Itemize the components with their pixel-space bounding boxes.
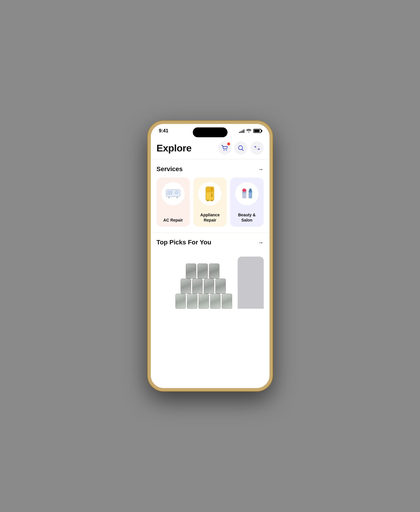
svg-point-14 xyxy=(175,191,178,194)
top-picks-preview xyxy=(157,251,264,309)
svg-rect-21 xyxy=(211,188,212,191)
search-button[interactable] xyxy=(234,141,247,155)
can-6 xyxy=(181,279,191,294)
svg-rect-16 xyxy=(177,197,178,198)
content-area: Explore xyxy=(151,136,269,388)
services-grid: AC Repair xyxy=(157,178,264,233)
wifi-icon xyxy=(246,129,251,133)
appliance-repair-icon xyxy=(205,186,215,201)
svg-point-0 xyxy=(223,150,224,151)
services-section-header: Services → xyxy=(157,165,264,173)
svg-rect-11 xyxy=(167,194,168,194)
beauty-salon-label: Beauty & Salon xyxy=(233,212,261,223)
cans-row-3 xyxy=(186,264,219,279)
cans-group xyxy=(175,257,245,309)
ac-repair-label: AC Repair xyxy=(163,217,183,223)
svg-rect-12 xyxy=(169,194,170,194)
can-5 xyxy=(222,294,232,309)
service-card-ac-repair[interactable]: AC Repair xyxy=(157,178,190,227)
filter-button[interactable] xyxy=(250,141,264,155)
beauty-salon-icon-circle xyxy=(235,182,258,205)
can-1 xyxy=(175,294,186,309)
can-10 xyxy=(186,264,196,279)
gray-card-preview xyxy=(238,257,264,309)
filter-icon xyxy=(254,146,260,150)
services-section: Services → xyxy=(151,160,269,233)
header: Explore xyxy=(151,138,269,159)
svg-rect-13 xyxy=(171,194,172,194)
svg-rect-10 xyxy=(167,191,173,193)
svg-rect-15 xyxy=(168,197,170,198)
cart-button[interactable] xyxy=(218,141,231,155)
svg-rect-31 xyxy=(249,189,252,191)
dynamic-island xyxy=(193,127,228,137)
beauty-salon-icon xyxy=(240,186,254,201)
signal-bar-2 xyxy=(241,131,241,133)
header-actions xyxy=(218,141,264,155)
can-2 xyxy=(187,294,197,309)
appliance-repair-icon-circle xyxy=(198,182,221,205)
top-picks-section: Top Picks For You → xyxy=(151,233,269,309)
can-9 xyxy=(215,279,226,294)
page-title: Explore xyxy=(157,142,192,154)
signal-bars-icon xyxy=(239,129,244,133)
can-12 xyxy=(209,264,219,279)
can-3 xyxy=(199,294,209,309)
can-11 xyxy=(197,264,208,279)
top-picks-section-header: Top Picks For You → xyxy=(157,239,264,246)
cans-row-2 xyxy=(181,279,226,294)
services-arrow[interactable]: → xyxy=(258,166,264,173)
svg-point-1 xyxy=(226,150,227,151)
screen: 9:41 xyxy=(151,124,269,388)
cans-row-1 xyxy=(175,294,232,309)
ac-repair-icon xyxy=(166,189,181,199)
svg-point-23 xyxy=(207,200,209,201)
search-icon xyxy=(238,145,244,151)
battery-icon xyxy=(253,129,261,133)
cart-badge xyxy=(227,142,230,145)
ac-repair-icon-circle xyxy=(162,182,185,205)
service-card-appliance-repair[interactable]: Appliance Repair xyxy=(193,178,227,227)
signal-bar-3 xyxy=(242,130,243,133)
service-card-beauty-salon[interactable]: Beauty & Salon xyxy=(230,178,263,227)
status-time: 9:41 xyxy=(159,128,168,134)
svg-point-28 xyxy=(243,189,246,191)
can-4 xyxy=(210,294,221,309)
can-7 xyxy=(192,279,203,294)
status-icons xyxy=(239,129,261,133)
top-picks-title: Top Picks For You xyxy=(157,239,211,246)
signal-bar-4 xyxy=(243,129,244,133)
phone-frame: 9:41 xyxy=(148,121,272,391)
svg-rect-22 xyxy=(211,193,212,197)
signal-bar-1 xyxy=(239,132,240,133)
top-picks-arrow[interactable]: → xyxy=(258,239,264,246)
appliance-repair-label: Appliance Repair xyxy=(196,212,224,223)
cart-icon xyxy=(221,145,228,151)
services-title: Services xyxy=(157,165,183,173)
can-8 xyxy=(204,279,214,294)
svg-point-24 xyxy=(211,200,213,201)
battery-fill xyxy=(254,130,260,132)
svg-rect-19 xyxy=(206,190,214,192)
